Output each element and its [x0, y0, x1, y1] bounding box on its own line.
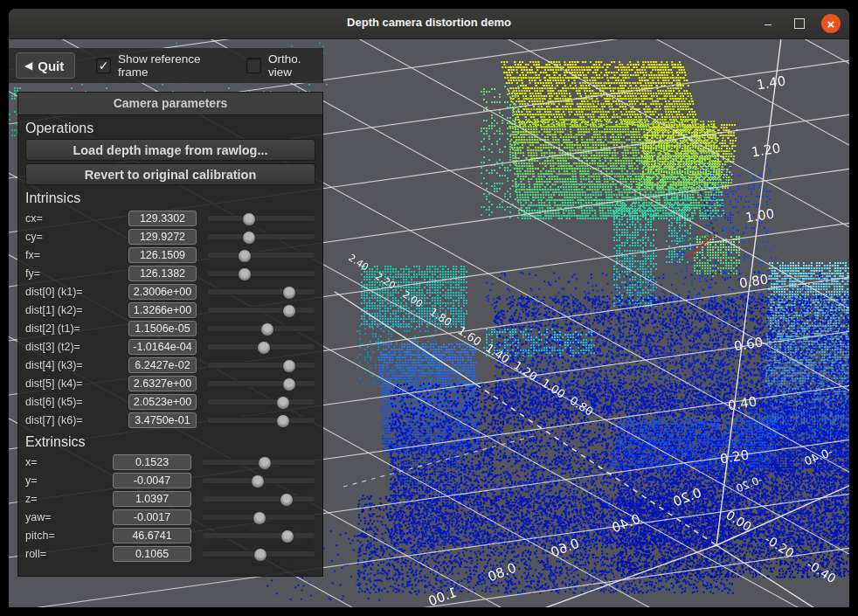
dist2-value-field[interactable]: 1.1506e-05	[128, 321, 197, 336]
dist6-slider-track[interactable]	[207, 398, 315, 405]
dist1-slider[interactable]	[207, 303, 315, 317]
z-slider-handle[interactable]	[280, 493, 294, 507]
dist6-slider-handle[interactable]	[276, 396, 290, 410]
dist6-label: dist[6] (k5)=	[25, 396, 128, 408]
minimize-icon[interactable]: –	[758, 14, 778, 33]
yaw-value-field[interactable]: -0.0017	[113, 509, 191, 525]
dist3-value-field[interactable]: -1.0164e-04	[128, 339, 197, 355]
cx-value-field[interactable]: 129.3302	[128, 211, 197, 226]
pitch-slider-track[interactable]	[202, 532, 315, 539]
dist0-slider-handle[interactable]	[282, 286, 296, 300]
dist5-slider-handle[interactable]	[282, 377, 296, 391]
extrinsics-section-title: Extrinsics	[25, 434, 322, 450]
z-slider[interactable]	[202, 492, 315, 506]
dist6-value-field[interactable]: 2.0523e+00	[128, 394, 197, 410]
revert-calibration-button[interactable]: Revert to original calibration	[25, 163, 315, 185]
app-window: Depth camera distortion demo – × 1.401.2…	[9, 9, 849, 607]
cx-slider-track[interactable]	[207, 215, 315, 222]
fx-value-field[interactable]: 126.1509	[128, 247, 197, 263]
dist5-label: dist[5] (k4)=	[25, 377, 128, 390]
dist5-value-field[interactable]: 2.6327e+00	[128, 376, 197, 391]
cy-value-field[interactable]: 129.9272	[128, 229, 197, 245]
fx-slider[interactable]	[207, 248, 315, 262]
pitch-slider[interactable]	[202, 529, 315, 543]
fy-slider-track[interactable]	[207, 270, 315, 277]
dist4-slider-handle[interactable]	[282, 359, 296, 373]
fx-slider-track[interactable]	[207, 252, 315, 259]
dist7-slider-handle[interactable]	[276, 414, 290, 428]
fy-slider[interactable]	[207, 266, 315, 280]
roll-slider-handle[interactable]	[253, 548, 267, 562]
yaw-slider-handle[interactable]	[253, 511, 266, 525]
dist2-slider-handle[interactable]	[260, 322, 274, 336]
z-slider-track[interactable]	[202, 495, 315, 502]
dist3-row: dist[3] (t2)=-1.0164e-04	[18, 337, 322, 356]
dist3-slider[interactable]	[207, 340, 315, 354]
y-row: y=-0.0047	[18, 471, 322, 489]
x-slider-handle[interactable]	[258, 456, 272, 470]
dist5-row: dist[5] (k4)=2.6327e+00	[18, 374, 322, 392]
camera-parameters-panel: Camera parameters Operations Load depth …	[17, 92, 323, 577]
dist1-slider-handle[interactable]	[282, 304, 296, 318]
z-value-field[interactable]: 1.0397	[113, 491, 191, 507]
y-slider-handle[interactable]	[251, 474, 265, 488]
yaw-slider[interactable]	[202, 510, 315, 524]
dist7-value-field[interactable]: 3.4750e-01	[128, 412, 197, 428]
dist7-slider[interactable]	[207, 413, 315, 427]
dist1-label: dist[1] (k2)=	[25, 304, 128, 316]
intrinsics-section-title: Intrinsics	[25, 190, 322, 206]
x-value-field[interactable]: 0.1523	[113, 454, 191, 470]
y-slider[interactable]	[202, 474, 315, 488]
dist4-slider-track[interactable]	[207, 362, 315, 369]
y-value-field[interactable]: -0.0047	[113, 473, 191, 488]
dist3-slider-handle[interactable]	[257, 341, 271, 355]
dist2-slider[interactable]	[207, 322, 315, 336]
cy-slider[interactable]	[207, 230, 315, 244]
load-depth-image-button[interactable]: Load depth image from rawlog...	[25, 139, 315, 161]
fx-slider-handle[interactable]	[238, 249, 252, 263]
extrinsics-rows: x=0.1523y=-0.0047z=1.0397yaw=-0.0017pitc…	[18, 453, 322, 563]
dist0-slider[interactable]	[207, 285, 315, 299]
roll-slider[interactable]	[202, 547, 315, 561]
fy-label: fy=	[25, 267, 128, 280]
dist7-slider-track[interactable]	[207, 417, 315, 424]
dist4-value-field[interactable]: 6.2427e-02	[128, 357, 197, 373]
window-title: Depth camera distortion demo	[9, 16, 849, 29]
close-icon[interactable]: ×	[821, 14, 841, 33]
cx-slider-handle[interactable]	[242, 212, 256, 226]
quit-button[interactable]: ◀ Quit	[16, 52, 75, 79]
cy-slider-track[interactable]	[207, 233, 315, 240]
cx-slider[interactable]	[207, 211, 315, 225]
z-label: z=	[25, 493, 113, 505]
fy-row: fy=126.1382	[18, 264, 322, 282]
dist1-row: dist[1] (k2)=1.3266e+00	[18, 301, 322, 319]
x-slider[interactable]	[202, 455, 315, 469]
dist5-slider-track[interactable]	[207, 380, 315, 387]
maximize-icon[interactable]	[790, 14, 809, 33]
ortho-view-checkbox[interactable]	[246, 58, 261, 73]
dist0-slider-track[interactable]	[207, 288, 315, 295]
dist0-label: dist[0] (k1)=	[25, 286, 128, 298]
arrow-left-icon: ◀	[24, 59, 32, 72]
roll-value-field[interactable]: 0.1065	[113, 546, 191, 562]
dist0-value-field[interactable]: 2.3006e+00	[128, 284, 197, 300]
dist5-slider[interactable]	[207, 377, 315, 391]
quit-label: Quit	[38, 59, 64, 73]
toolbar: ◀ Quit ✓ Show reference frame Ortho. vie…	[9, 48, 323, 83]
3d-viewport[interactable]: 1.401.201.000.800.600.400.202.402.202.00…	[9, 38, 849, 607]
fy-value-field[interactable]: 126.1382	[128, 266, 197, 281]
dist1-value-field[interactable]: 1.3266e+00	[128, 302, 197, 318]
dist6-slider[interactable]	[207, 395, 315, 409]
panel-header[interactable]: Camera parameters	[18, 93, 322, 115]
cy-row: cy=129.9272	[18, 227, 322, 246]
dist4-slider[interactable]	[207, 358, 315, 372]
show-reference-frame-checkbox[interactable]: ✓	[96, 58, 111, 73]
cx-row: cx=129.3302	[18, 209, 322, 227]
pitch-value-field[interactable]: 46.6741	[113, 528, 191, 543]
dist1-slider-track[interactable]	[207, 307, 315, 314]
fy-slider-handle[interactable]	[238, 267, 252, 281]
dist2-row: dist[2] (t1)=1.1506e-05	[18, 319, 322, 337]
pitch-slider-handle[interactable]	[280, 529, 294, 543]
cy-slider-handle[interactable]	[242, 231, 256, 245]
pitch-label: pitch=	[25, 529, 113, 542]
